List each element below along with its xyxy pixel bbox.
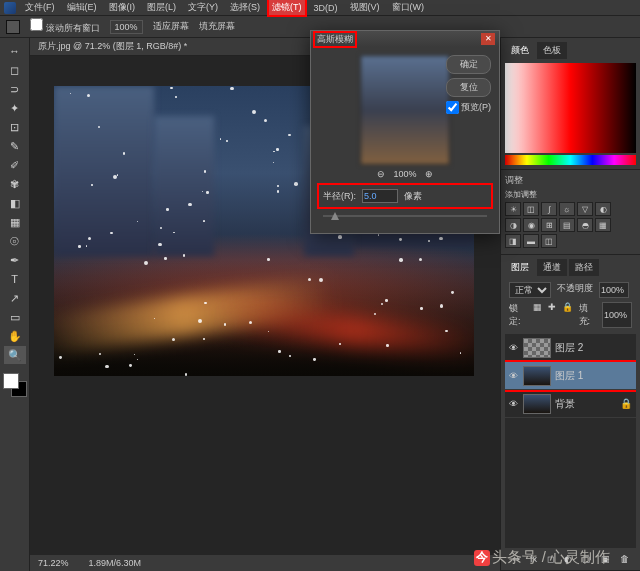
visibility-icon[interactable]: 👁	[509, 399, 519, 409]
ok-button[interactable]: 确定	[446, 55, 491, 74]
fg-color-icon[interactable]	[3, 373, 19, 389]
crop-tool-icon[interactable]: ⊡	[4, 118, 26, 136]
layer-row[interactable]: 👁 图层 2	[505, 334, 636, 362]
layer-name[interactable]: 图层 2	[555, 341, 583, 355]
color-swatch[interactable]	[3, 373, 27, 397]
gradient-tool-icon[interactable]: ▦	[4, 213, 26, 231]
layers-tab[interactable]: 图层	[505, 259, 535, 276]
adj-selective-icon[interactable]: ◫	[541, 234, 557, 248]
zoom-out-icon[interactable]: ⊖	[377, 169, 385, 179]
adj-brightness-icon[interactable]: ☀	[505, 202, 521, 216]
lock-icon: 🔒	[620, 398, 632, 409]
preview-zoom: 100%	[393, 169, 416, 179]
adj-exposure-icon[interactable]: ☼	[559, 202, 575, 216]
radius-unit: 像素	[404, 190, 422, 203]
opacity-label: 不透明度	[557, 282, 593, 298]
preview-checkbox[interactable]: 预览(P)	[446, 101, 491, 114]
visibility-icon[interactable]: 👁	[509, 371, 519, 381]
lock-position-icon[interactable]: ✚	[548, 302, 556, 328]
color-picker[interactable]	[505, 63, 636, 153]
menu-window[interactable]: 窗口(W)	[389, 0, 428, 15]
radius-slider[interactable]	[323, 215, 487, 217]
swatch-tab[interactable]: 色板	[537, 42, 567, 59]
adj-channel-mixer-icon[interactable]: ⊞	[541, 218, 557, 232]
shape-tool-icon[interactable]: ▭	[4, 308, 26, 326]
lock-pixels-icon[interactable]: ▦	[533, 302, 542, 328]
dialog-titlebar[interactable]: 高斯模糊 ✕	[311, 31, 499, 47]
menu-file[interactable]: 文件(F)	[22, 0, 58, 15]
wand-tool-icon[interactable]: ✦	[4, 99, 26, 117]
blur-tool-icon[interactable]: ⦾	[4, 232, 26, 250]
adj-sub: 添加调整	[505, 189, 636, 200]
menu-edit[interactable]: 编辑(E)	[64, 0, 100, 15]
menu-view[interactable]: 视图(V)	[347, 0, 383, 15]
layer-name[interactable]: 图层 1	[555, 369, 583, 383]
gaussian-blur-dialog: 高斯模糊 ✕ ⊖ 100% ⊕ 半径(R): 像素 确定 复位 预览(P)	[310, 30, 500, 234]
delete-layer-icon[interactable]: 🗑	[620, 554, 629, 564]
layer-name[interactable]: 背景	[555, 397, 575, 411]
hue-slider[interactable]	[505, 155, 636, 165]
marquee-tool-icon[interactable]: ◻	[4, 61, 26, 79]
layer-row[interactable]: 👁 背景 🔒	[505, 390, 636, 418]
close-icon[interactable]: ✕	[481, 33, 495, 45]
menu-type[interactable]: 文字(Y)	[185, 0, 221, 15]
menu-3d[interactable]: 3D(D)	[311, 2, 341, 14]
layer-list: 👁 图层 2 👁 图层 1 👁 背景 🔒	[505, 334, 636, 548]
adj-bw-icon[interactable]: ◑	[505, 218, 521, 232]
adj-levels-icon[interactable]: ◫	[523, 202, 539, 216]
layer-thumbnail[interactable]	[523, 394, 551, 414]
blend-mode-select[interactable]: 正常	[509, 282, 551, 298]
menu-filter[interactable]: 滤镜(T)	[269, 0, 305, 15]
lasso-tool-icon[interactable]: ⊃	[4, 80, 26, 98]
tool-preset-icon[interactable]	[6, 20, 20, 34]
menu-image[interactable]: 图像(I)	[106, 0, 139, 15]
radius-input[interactable]	[362, 189, 398, 203]
path-tool-icon[interactable]: ↗	[4, 289, 26, 307]
pen-tool-icon[interactable]: ✒	[4, 251, 26, 269]
zoom-tool-icon[interactable]: 🔍	[4, 346, 26, 364]
layer-thumbnail[interactable]	[523, 338, 551, 358]
eraser-tool-icon[interactable]: ◧	[4, 194, 26, 212]
ps-logo-icon	[4, 2, 16, 14]
visibility-icon[interactable]: 👁	[509, 343, 519, 353]
fit-screen-button[interactable]: 适应屏幕	[153, 20, 189, 33]
adj-posterize-icon[interactable]: ▦	[595, 218, 611, 232]
color-tab[interactable]: 颜色	[505, 42, 535, 59]
adj-title: 调整	[505, 174, 636, 187]
stamp-tool-icon[interactable]: ✾	[4, 175, 26, 193]
adj-photo-filter-icon[interactable]: ◉	[523, 218, 539, 232]
zoom-in-icon[interactable]: ⊕	[425, 169, 433, 179]
move-tool-icon[interactable]: ↔	[4, 42, 26, 60]
adj-threshold-icon[interactable]: ◨	[505, 234, 521, 248]
slider-handle-icon[interactable]	[331, 212, 339, 220]
attribution-caption: 今 头条号 / 心灵制作	[474, 548, 610, 567]
adj-invert-icon[interactable]: ◓	[577, 218, 593, 232]
adj-gradient-map-icon[interactable]: ▬	[523, 234, 539, 248]
toolbox: ↔ ◻ ⊃ ✦ ⊡ ✎ ✐ ✾ ◧ ▦ ⦾ ✒ T ↗ ▭ ✋ 🔍	[0, 38, 30, 571]
eyedropper-tool-icon[interactable]: ✎	[4, 137, 26, 155]
layer-thumbnail[interactable]	[523, 366, 551, 386]
menu-layer[interactable]: 图层(L)	[144, 0, 179, 15]
adj-hue-icon[interactable]: ◐	[595, 202, 611, 216]
opacity-input[interactable]	[599, 282, 629, 298]
channels-tab[interactable]: 通道	[537, 259, 567, 276]
brush-tool-icon[interactable]: ✐	[4, 156, 26, 174]
layer-row[interactable]: 👁 图层 1	[505, 362, 636, 390]
fill-input[interactable]	[602, 302, 632, 328]
zoom-level[interactable]: 100%	[110, 20, 143, 34]
adj-vibrance-icon[interactable]: ▽	[577, 202, 593, 216]
dialog-preview[interactable]	[360, 55, 450, 165]
cancel-button[interactable]: 复位	[446, 78, 491, 97]
adj-lookup-icon[interactable]: ▤	[559, 218, 575, 232]
lock-all-icon[interactable]: 🔒	[562, 302, 573, 328]
radius-label: 半径(R):	[323, 190, 356, 203]
scroll-all-checkbox[interactable]: 滚动所有窗口	[30, 18, 100, 35]
menu-select[interactable]: 选择(S)	[227, 0, 263, 15]
hand-tool-icon[interactable]: ✋	[4, 327, 26, 345]
paths-tab[interactable]: 路径	[569, 259, 599, 276]
adj-curves-icon[interactable]: ∫	[541, 202, 557, 216]
dialog-title: 高斯模糊	[315, 33, 355, 46]
fill-screen-button[interactable]: 填充屏幕	[199, 20, 235, 33]
status-doc-size: 1.89M/6.30M	[89, 558, 142, 568]
type-tool-icon[interactable]: T	[4, 270, 26, 288]
